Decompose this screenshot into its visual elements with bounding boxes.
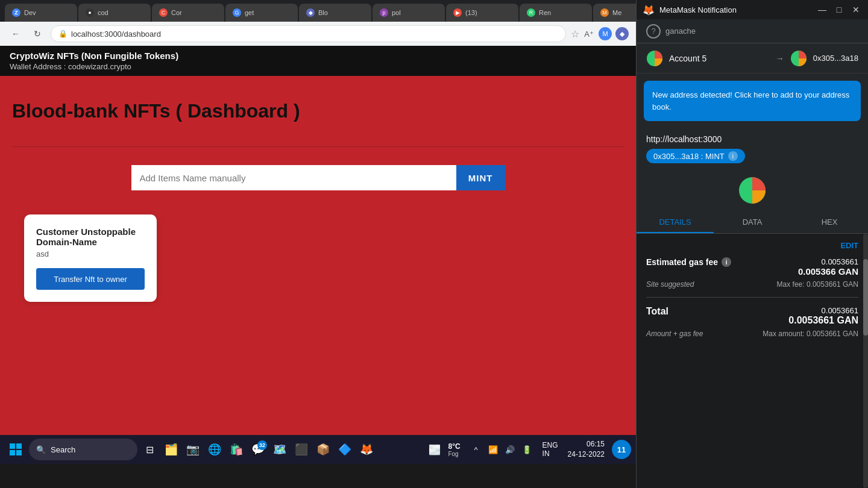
account-logo-icon bbox=[646, 50, 663, 67]
battery-icon[interactable]: 🔋 bbox=[521, 443, 533, 455]
windows-start-button[interactable] bbox=[5, 439, 27, 460]
transaction-pie-chart bbox=[737, 175, 767, 205]
tab-ren[interactable]: R Ren bbox=[520, 4, 592, 22]
site-suggested-row: Site suggested Max fee: 0.0053661 GAN bbox=[646, 280, 858, 289]
gas-fee-values: 0.0053661 0.005366 GAN bbox=[798, 257, 858, 277]
task-view-button[interactable]: ⊟ bbox=[140, 440, 159, 459]
network-icon[interactable]: 📶 bbox=[487, 443, 499, 455]
clock-time: 06:15 bbox=[568, 439, 605, 449]
site-info: http://localhost:3000 0x305...3a18 : MIN… bbox=[637, 128, 868, 169]
notification-center-badge[interactable]: 11 bbox=[612, 440, 631, 459]
help-icon: ? bbox=[646, 24, 661, 39]
svg-rect-3 bbox=[16, 450, 22, 455]
close-button[interactable]: ✕ bbox=[850, 4, 862, 16]
search-icon: 🔍 bbox=[36, 445, 46, 454]
transfer-button[interactable]: Transfer Nft to owner bbox=[36, 268, 145, 290]
site-title: CryptoWiz NFTs (Non Fungible Tokens) bbox=[10, 51, 626, 61]
package-icon[interactable]: 📦 bbox=[313, 440, 333, 459]
lock-icon: 🔒 bbox=[58, 30, 68, 38]
new-address-notification[interactable]: New address detected! Click here to add … bbox=[644, 81, 861, 121]
whatsapp-icon[interactable]: 💬 32 bbox=[248, 440, 268, 459]
section-divider bbox=[646, 297, 858, 298]
gas-fee-row: Estimated gas fee i 0.0053661 0.005366 G… bbox=[646, 257, 858, 277]
edit-row: EDIT bbox=[646, 241, 858, 250]
weather-icon: 🌫️ bbox=[429, 444, 441, 455]
gas-info-icon[interactable]: i bbox=[722, 257, 731, 267]
total-label: Total bbox=[646, 306, 668, 317]
tab-details[interactable]: DETAILS bbox=[637, 211, 714, 233]
edit-button[interactable]: EDIT bbox=[840, 241, 858, 250]
volume-icon[interactable]: 🔊 bbox=[504, 443, 516, 455]
tab-yt[interactable]: ▶ (13) bbox=[446, 4, 518, 22]
account-arrow-icon: → bbox=[776, 54, 784, 63]
gas-fee-eth: 0.0053661 bbox=[798, 257, 858, 266]
dashboard-title: Blood-bank NFTs ( Dashboard ) bbox=[12, 100, 624, 122]
tab-hex[interactable]: HEX bbox=[791, 211, 868, 233]
mint-button[interactable]: MINT bbox=[456, 165, 505, 190]
site-url: http://localhost:3000 bbox=[646, 134, 858, 144]
tab-get[interactable]: G get bbox=[225, 4, 298, 22]
total-gan: 0.0053661 GAN bbox=[788, 315, 858, 326]
translate-icon[interactable]: A⁺ bbox=[584, 30, 594, 39]
ganache-label: ganache bbox=[665, 27, 696, 36]
terminal-icon[interactable]: ⬛ bbox=[292, 440, 311, 459]
mint-row: MINT bbox=[131, 165, 505, 190]
metamask-title: MetaMask Notification bbox=[659, 5, 811, 14]
badge-text: 0x305...3a18 : MINT bbox=[653, 152, 725, 161]
nft-card-domain: asd bbox=[36, 249, 145, 258]
site-suggested-label: Site suggested bbox=[646, 280, 694, 289]
back-button[interactable]: ← bbox=[7, 25, 24, 42]
extension-icons: M ◆ bbox=[599, 27, 629, 40]
address-bar[interactable]: 🔒 localhost:3000/dashboard bbox=[51, 25, 566, 42]
site-wallet: Wallet Address : codewizard.crypto bbox=[10, 62, 626, 71]
amount-fee-row: Amount + gas fee Max amount: 0.0053661 G… bbox=[646, 330, 858, 338]
site-mint-badge: 0x305...3a18 : MINT i bbox=[646, 149, 745, 163]
gas-fee-label: Estimated gas fee i bbox=[646, 257, 731, 267]
files-icon[interactable]: 🗂️ bbox=[162, 440, 181, 459]
site-header: CryptoWiz NFTs (Non Fungible Tokens) Wal… bbox=[0, 46, 636, 76]
svg-rect-1 bbox=[16, 443, 22, 449]
scrollbar-track bbox=[863, 234, 868, 488]
ext-icon-1[interactable]: M bbox=[599, 27, 612, 40]
tab-blo[interactable]: ◆ Blo bbox=[299, 4, 371, 22]
edge-icon[interactable]: 🌐 bbox=[205, 440, 224, 459]
whatsapp-badge: 32 bbox=[257, 440, 267, 450]
detail-tabs: DETAILS DATA HEX bbox=[637, 211, 868, 234]
vscode-icon[interactable]: 🔷 bbox=[335, 440, 354, 459]
info-icon[interactable]: i bbox=[728, 151, 738, 161]
maximize-button[interactable]: □ bbox=[833, 4, 845, 16]
details-section: EDIT Estimated gas fee i 0.0053661 0.005… bbox=[637, 234, 868, 488]
tab-pol[interactable]: p pol bbox=[373, 4, 445, 22]
gas-fee-gan: 0.005366 GAN bbox=[798, 266, 858, 277]
maps-icon[interactable]: 🗺️ bbox=[270, 440, 289, 459]
ganache-header: ? ganache bbox=[637, 19, 868, 43]
minimize-button[interactable]: — bbox=[816, 4, 828, 16]
browser-tabs: Z Dev ● cod C Cor G get ◆ Blo bbox=[0, 0, 636, 22]
metamask-logo-icon: 🦊 bbox=[643, 4, 655, 16]
weather-temp: 8°C bbox=[448, 442, 460, 451]
system-tray: 🌫️ 8°C Fog ^ 📶 🔊 🔋 ENG IN 0 bbox=[429, 439, 631, 460]
svg-rect-2 bbox=[10, 450, 15, 455]
system-clock[interactable]: 06:15 24-12-2022 bbox=[568, 439, 605, 460]
bookmark-icon[interactable]: ☆ bbox=[571, 28, 579, 40]
max-amount-display: Max amount: 0.0053661 GAN bbox=[763, 330, 858, 338]
metamask-title-bar: 🦊 MetaMask Notification — □ ✕ bbox=[637, 0, 868, 19]
tray-caret[interactable]: ^ bbox=[470, 443, 482, 455]
metamask-tb-icon[interactable]: 🦊 bbox=[357, 440, 376, 459]
mint-input[interactable] bbox=[131, 165, 456, 190]
tab-data[interactable]: DATA bbox=[714, 211, 791, 233]
language-region: ENG IN bbox=[542, 441, 558, 458]
tab-z-dev[interactable]: Z Dev bbox=[5, 4, 77, 22]
tab-cor[interactable]: C Cor bbox=[152, 4, 224, 22]
zoom-icon[interactable]: 📷 bbox=[183, 440, 203, 459]
scrollbar-thumb[interactable] bbox=[863, 259, 868, 336]
tab-github-cod[interactable]: ● cod bbox=[78, 4, 151, 22]
refresh-button[interactable]: ↻ bbox=[29, 25, 46, 42]
taskbar-search[interactable]: 🔍 Search bbox=[29, 439, 137, 460]
pie-chart-container bbox=[637, 169, 868, 211]
clock-date: 24-12-2022 bbox=[568, 449, 605, 460]
weather-condition: Fog bbox=[448, 451, 460, 457]
ext-icon-2[interactable]: ◆ bbox=[615, 27, 629, 40]
account-address: 0x305...3a18 bbox=[813, 54, 858, 63]
store-icon[interactable]: 🛍️ bbox=[227, 440, 246, 459]
